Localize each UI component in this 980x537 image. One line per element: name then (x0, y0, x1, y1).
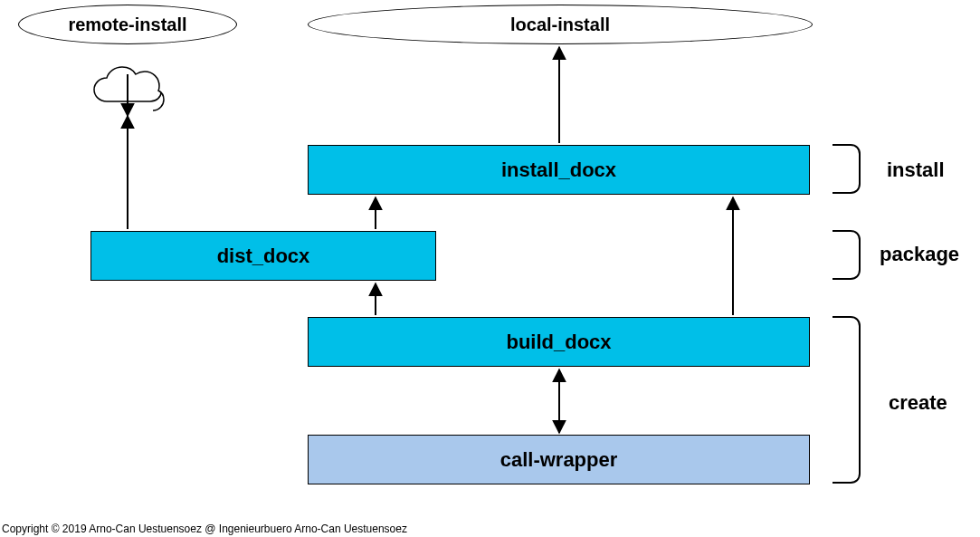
node-install-docx-label: install_docx (501, 158, 616, 182)
node-local-install: local-install (308, 5, 813, 44)
node-dist-docx: dist_docx (90, 231, 436, 281)
phase-install-label: install (887, 158, 945, 182)
node-remote-install: remote-install (18, 5, 237, 44)
cloud-icon (94, 67, 164, 110)
node-dist-docx-label: dist_docx (217, 245, 310, 268)
phase-create-label: create (889, 391, 947, 415)
node-install-docx: install_docx (308, 145, 810, 195)
node-call-wrapper-label: call-wrapper (500, 448, 618, 472)
node-build-docx: build_docx (308, 317, 810, 367)
copyright-text: Copyright © 2019 Arno-Can Uestuensoez @ … (2, 523, 407, 535)
node-call-wrapper: call-wrapper (308, 435, 810, 484)
phase-package-label: package (880, 243, 959, 266)
node-build-docx-label: build_docx (506, 331, 611, 354)
node-remote-install-label: remote-install (68, 14, 186, 35)
node-local-install-label: local-install (510, 14, 610, 35)
